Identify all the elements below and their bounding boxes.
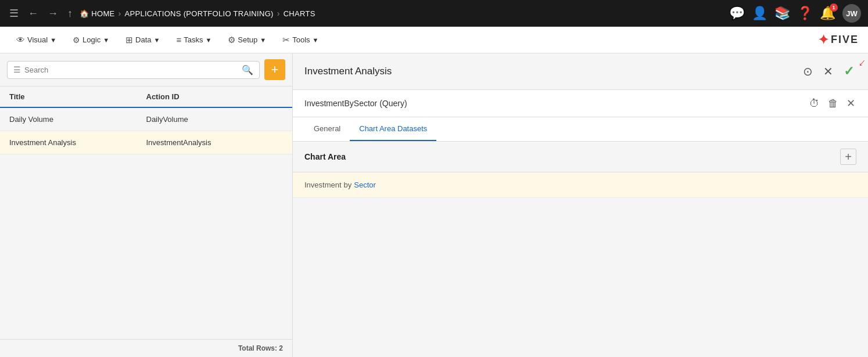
breadcrumb-separator-1: › bbox=[119, 9, 121, 18]
data-icon: ⊞ bbox=[125, 35, 133, 45]
search-icon: 🔍 bbox=[242, 64, 253, 75]
logic-icon: ⚙ bbox=[73, 35, 80, 45]
sub-header-actions: ⏱ 🗑 ✕ bbox=[808, 96, 856, 111]
chat-icon[interactable]: 💬 bbox=[729, 6, 745, 21]
filter-icon: ☰ bbox=[13, 65, 21, 74]
setup-icon: ⚙ bbox=[228, 35, 235, 45]
tasks-chevron: ▼ bbox=[205, 37, 211, 44]
visual-chevron: ▼ bbox=[50, 37, 56, 44]
tabs: General Chart Area Datasets bbox=[293, 117, 868, 142]
tools-icon: ✂ bbox=[282, 35, 290, 45]
table-footer: Total Rows: 2 bbox=[0, 339, 292, 357]
help-icon[interactable]: ❓ bbox=[797, 6, 813, 21]
menu-icon[interactable]: ☰ bbox=[7, 5, 21, 22]
col-title: Title bbox=[9, 92, 146, 101]
tasks-menu[interactable]: ≡ Tasks ▼ bbox=[169, 31, 218, 48]
logo-star-icon: ✦ bbox=[818, 33, 828, 48]
person-icon[interactable]: 👤 bbox=[752, 6, 767, 21]
secondary-navigation: 👁 Visual ▼ ⚙ Logic ▼ ⊞ Data ▼ ≡ Tasks ▼ … bbox=[0, 27, 868, 53]
right-header-actions: ⊙ ✕ ✓ ↑ bbox=[801, 62, 856, 81]
search-input-wrap: ☰ 🔍 bbox=[7, 61, 260, 79]
logic-menu[interactable]: ⚙ Logic ▼ bbox=[66, 32, 116, 48]
chart-area-section-header: Chart Area + bbox=[293, 142, 868, 172]
table-rows: Daily Volume DailyVolume Investment Anal… bbox=[0, 108, 292, 339]
books-icon[interactable]: 📚 bbox=[774, 6, 790, 21]
avatar[interactable]: JW bbox=[842, 4, 861, 23]
breadcrumb-separator-2: › bbox=[277, 9, 280, 18]
back-icon[interactable]: ← bbox=[26, 5, 41, 22]
sub-close-button[interactable]: ✕ bbox=[845, 96, 856, 111]
data-chevron: ▼ bbox=[154, 37, 160, 44]
top-nav-right: 💬 👤 📚 ❓ 🔔 1 JW bbox=[729, 4, 861, 23]
row-title: Investment Analysis bbox=[9, 138, 146, 147]
tab-general[interactable]: General bbox=[304, 117, 350, 141]
breadcrumb-item-1[interactable]: APPLICATIONS (PORTFOLIO TRAINING) bbox=[124, 9, 273, 18]
search-bar: ☰ 🔍 + bbox=[0, 53, 292, 86]
dataset-label-by: by bbox=[344, 181, 352, 189]
section-add-button[interactable]: + bbox=[840, 149, 856, 165]
home-icon: 🏠 bbox=[80, 9, 89, 18]
col-action-id: Action ID bbox=[146, 92, 284, 101]
confirm-button[interactable]: ✓ bbox=[841, 62, 856, 81]
dataset-label-part1: Investment bbox=[304, 181, 342, 189]
sub-header-title: InvestmentBySector (Query) bbox=[304, 99, 407, 108]
logic-chevron: ▼ bbox=[103, 37, 109, 44]
row-action-id: DailyVolume bbox=[146, 115, 284, 124]
table-row[interactable]: Daily Volume DailyVolume bbox=[0, 108, 292, 131]
arrow-indicator-icon: ↑ bbox=[855, 56, 868, 70]
right-header: Investment Analysis ⊙ ✕ ✓ ↑ bbox=[293, 53, 868, 90]
add-button[interactable]: + bbox=[264, 59, 285, 80]
tools-chevron: ▼ bbox=[313, 37, 319, 44]
tools-menu[interactable]: ✂ Tools ▼ bbox=[275, 31, 325, 49]
row-action-id: InvestmentAnalysis bbox=[146, 138, 284, 147]
home-link[interactable]: 🏠 HOME bbox=[80, 9, 115, 18]
breadcrumb-item-2[interactable]: CHARTS bbox=[284, 9, 315, 18]
right-panel: Investment Analysis ⊙ ✕ ✓ ↑ InvestmentBy… bbox=[293, 53, 868, 357]
back-circle-button[interactable]: ⊙ bbox=[801, 62, 815, 81]
breadcrumb: 🏠 HOME › APPLICATIONS (PORTFOLIO TRAININ… bbox=[80, 9, 724, 18]
tab-chart-area-datasets[interactable]: Chart Area Datasets bbox=[350, 117, 436, 141]
dataset-label-part2: Sector bbox=[354, 181, 376, 189]
logo-text: FIVE bbox=[831, 34, 859, 46]
notification-bell[interactable]: 🔔 1 bbox=[820, 6, 835, 21]
delete-button[interactable]: 🗑 bbox=[827, 96, 840, 111]
dataset-row[interactable]: Investment by Sector bbox=[293, 172, 868, 198]
visual-menu[interactable]: 👁 Visual ▼ bbox=[9, 31, 63, 48]
five-logo: ✦ FIVE bbox=[818, 33, 859, 48]
table-header: Title Action ID bbox=[0, 86, 292, 108]
sub-header: InvestmentBySector (Query) ⏱ 🗑 ✕ bbox=[293, 90, 868, 117]
right-panel-title: Investment Analysis bbox=[304, 66, 392, 77]
left-panel: ☰ 🔍 + Title Action ID Daily Volume Daily… bbox=[0, 53, 293, 357]
table-row[interactable]: Investment Analysis InvestmentAnalysis bbox=[0, 131, 292, 154]
main-content: ☰ 🔍 + Title Action ID Daily Volume Daily… bbox=[0, 53, 868, 357]
tasks-icon: ≡ bbox=[176, 35, 181, 45]
setup-menu[interactable]: ⚙ Setup ▼ bbox=[221, 31, 273, 49]
search-input[interactable] bbox=[24, 66, 238, 74]
secondary-nav-left: 👁 Visual ▼ ⚙ Logic ▼ ⊞ Data ▼ ≡ Tasks ▼ … bbox=[9, 31, 325, 49]
data-menu[interactable]: ⊞ Data ▼ bbox=[119, 31, 167, 49]
setup-chevron: ▼ bbox=[260, 37, 266, 44]
confirm-button-wrap: ✓ ↑ bbox=[841, 62, 856, 81]
close-button[interactable]: ✕ bbox=[821, 62, 835, 81]
notification-count: 1 bbox=[830, 3, 838, 12]
top-navigation: ☰ ← → ↑ 🏠 HOME › APPLICATIONS (PORTFOLIO… bbox=[0, 0, 868, 27]
history-button[interactable]: ⏱ bbox=[808, 96, 821, 111]
forward-icon[interactable]: → bbox=[45, 5, 60, 22]
up-icon[interactable]: ↑ bbox=[65, 5, 75, 22]
row-title: Daily Volume bbox=[9, 115, 146, 124]
visual-icon: 👁 bbox=[16, 35, 25, 45]
chart-area-title: Chart Area bbox=[304, 152, 346, 161]
